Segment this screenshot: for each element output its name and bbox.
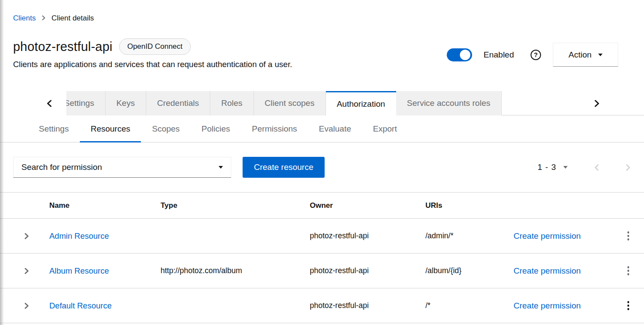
row-expand-button[interactable] — [13, 302, 29, 309]
resource-name-link[interactable]: Album Resource — [49, 266, 161, 276]
angle-right-icon — [24, 302, 29, 309]
column-header-name: Name — [49, 201, 161, 210]
subtab-permissions[interactable]: Permissions — [241, 115, 308, 142]
kebab-menu-button[interactable] — [626, 265, 631, 276]
action-dropdown-button[interactable]: Action — [553, 43, 618, 67]
breadcrumb-separator-icon — [41, 14, 46, 23]
breadcrumb-link-clients[interactable]: Clients — [13, 14, 36, 23]
pagination-prev-button[interactable] — [594, 164, 599, 171]
resource-name-link[interactable]: Admin Resource — [49, 231, 161, 241]
page-header-right: Enabled ? Action — [447, 43, 618, 67]
tabs-list: Settings Keys Credentials Roles Client s… — [66, 91, 502, 115]
search-permission-select-value: Search for permission — [21, 162, 102, 172]
subtab-export[interactable]: Export — [362, 115, 408, 142]
angle-right-icon — [24, 233, 29, 240]
chevron-right-icon — [594, 100, 600, 107]
subtab-policies[interactable]: Policies — [191, 115, 241, 142]
enabled-label: Enabled — [483, 50, 514, 60]
angle-right-icon — [24, 267, 29, 274]
caret-down-icon — [563, 166, 568, 169]
toggle-knob — [460, 50, 470, 60]
resource-uris-cell: /admin/* — [425, 231, 514, 240]
resource-uris-cell: /* — [425, 301, 514, 310]
tab-service-accounts-roles[interactable]: Service accounts roles — [396, 91, 502, 115]
resources-toolbar: Search for permission Create resource 1 … — [0, 142, 644, 193]
kebab-menu-button[interactable] — [626, 230, 631, 241]
subtab-settings[interactable]: Settings — [28, 115, 80, 142]
tabs-scroll-left-button[interactable] — [0, 91, 66, 115]
client-tabs-bar: Settings Keys Credentials Roles Client s… — [0, 91, 644, 115]
subtab-resources[interactable]: Resources — [80, 115, 141, 142]
tab-roles[interactable]: Roles — [210, 91, 254, 115]
page-description: Clients are applications and services th… — [13, 60, 292, 69]
table-header-row: Name Type Owner URIs — [0, 193, 644, 219]
question-circle-icon[interactable]: ? — [531, 50, 541, 60]
column-header-owner: Owner — [310, 201, 425, 210]
enabled-toggle[interactable] — [447, 48, 472, 61]
angle-right-icon — [625, 164, 631, 171]
breadcrumb-current: Client details — [51, 14, 94, 23]
row-expand-button[interactable] — [13, 267, 29, 274]
column-header-type: Type — [161, 201, 310, 210]
caret-down-icon — [219, 166, 223, 169]
create-permission-link[interactable]: Create permission — [514, 266, 605, 276]
protocol-badge: OpenID Connect — [119, 38, 191, 55]
tab-client-scopes[interactable]: Client scopes — [254, 91, 326, 115]
create-resource-button[interactable]: Create resource — [243, 157, 325, 178]
pagination-range-label: 1 - 3 — [538, 162, 556, 172]
create-permission-link[interactable]: Create permission — [514, 301, 605, 311]
subtab-evaluate[interactable]: Evaluate — [308, 115, 362, 142]
resource-owner-cell: photoz-restful-api — [310, 301, 425, 310]
subtab-scopes[interactable]: Scopes — [141, 115, 190, 142]
row-expand-button[interactable] — [13, 233, 29, 240]
resource-owner-cell: photoz-restful-api — [310, 231, 425, 240]
caret-down-icon — [598, 54, 603, 56]
tab-authorization[interactable]: Authorization — [326, 91, 396, 116]
resource-uris-cell: /album/{id} — [425, 266, 514, 275]
table-row: Admin Resource photoz-restful-api /admin… — [0, 219, 644, 254]
create-permission-link[interactable]: Create permission — [514, 231, 605, 241]
resource-owner-cell: photoz-restful-api — [310, 266, 425, 275]
resource-type-cell: http://photoz.com/album — [161, 266, 310, 275]
tab-credentials[interactable]: Credentials — [146, 91, 210, 115]
table-row: Album Resource http://photoz.com/album p… — [0, 254, 644, 288]
pagination: 1 - 3 — [538, 162, 631, 172]
table-row: Default Resource photoz-restful-api /* C… — [0, 288, 644, 323]
breadcrumb: Clients Client details — [0, 0, 644, 23]
authorization-subtabs: Settings Resources Scopes Policies Permi… — [0, 115, 644, 142]
column-header-uris: URIs — [425, 201, 514, 210]
page-title: photoz-restful-api — [13, 40, 113, 54]
search-permission-select[interactable]: Search for permission — [13, 157, 231, 178]
angle-left-icon — [594, 164, 599, 171]
pagination-next-button[interactable] — [625, 164, 631, 171]
tab-keys[interactable]: Keys — [106, 91, 146, 115]
pagination-range-dropdown[interactable]: 1 - 3 — [538, 162, 568, 172]
resources-table: Name Type Owner URIs Admin Resource phot… — [0, 193, 644, 323]
tabs-scroll-right-button[interactable] — [594, 91, 600, 115]
page-header-left: photoz-restful-api OpenID Connect Client… — [13, 38, 292, 69]
chevron-left-icon — [46, 100, 52, 107]
page-header: photoz-restful-api OpenID Connect Client… — [0, 23, 644, 69]
resource-name-link[interactable]: Default Resource — [49, 301, 161, 311]
kebab-menu-button[interactable] — [626, 300, 631, 311]
action-dropdown-label: Action — [569, 50, 592, 60]
